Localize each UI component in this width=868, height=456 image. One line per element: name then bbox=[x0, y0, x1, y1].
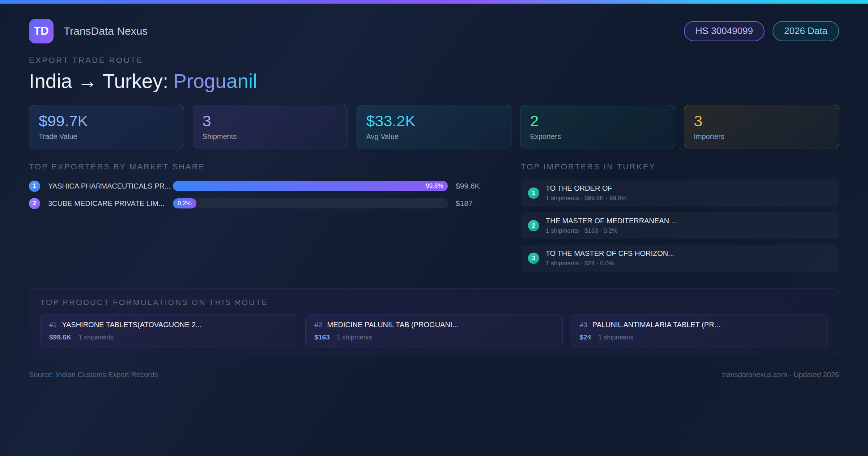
exporter-row: 1 YASHICA PHARMACEUTICALS PR... 99.8% $9… bbox=[29, 180, 492, 193]
rank-badge: 1 bbox=[29, 181, 40, 192]
page-container: TD TransData Nexus HS 30049099 2026 Data… bbox=[0, 19, 868, 379]
app-name: TransData Nexus bbox=[64, 25, 148, 37]
page-title-route: India → Turkey: bbox=[29, 70, 168, 92]
stat-card-avg-value: $33.2K Avg Value bbox=[357, 105, 512, 148]
importer-meta: 1 shipments · $163 · 0.2% bbox=[546, 227, 677, 235]
products-grid: #1 YASHIRONE TABLETS(ATOVAGUONE 2... $99… bbox=[40, 314, 828, 347]
stat-label: Avg Value bbox=[366, 132, 502, 141]
product-value: $99.6K bbox=[49, 333, 71, 341]
market-share-percent: 99.8% bbox=[426, 182, 443, 190]
importer-name: THE MASTER OF MEDITERRANEAN ... bbox=[546, 217, 677, 225]
stat-value: $99.7K bbox=[39, 113, 174, 130]
importer-name: TO THE ORDER OF bbox=[546, 184, 627, 193]
app-logo: TD bbox=[29, 19, 54, 43]
footer-divider bbox=[29, 363, 839, 363]
footer: Source: Indian Customs Export Records tr… bbox=[29, 371, 839, 379]
importer-meta: 1 shipments · $99.6K · 99.8% bbox=[546, 195, 627, 202]
stat-value: 3 bbox=[694, 113, 829, 130]
stat-label: Shipments bbox=[203, 132, 338, 141]
stat-card-shipments: 3 Shipments bbox=[193, 105, 348, 148]
stat-label: Trade Value bbox=[39, 132, 174, 141]
stat-value: 2 bbox=[530, 113, 665, 130]
exporters-list: 1 YASHICA PHARMACEUTICALS PR... 99.8% $9… bbox=[29, 180, 492, 210]
product-value: $163 bbox=[314, 333, 329, 341]
brand: TD TransData Nexus bbox=[29, 19, 148, 43]
products-heading: TOP PRODUCT FORMULATIONS ON THIS ROUTE bbox=[40, 298, 828, 307]
product-title-row: #3 PALUNIL ANTIMALARIA TABLET (PR... bbox=[580, 321, 819, 329]
page-title-product: Proguanil bbox=[173, 70, 257, 92]
market-share-bar-track: 99.8% bbox=[173, 181, 448, 191]
product-name: PALUNIL ANTIMALARIA TABLET (PR... bbox=[592, 321, 720, 329]
exporter-value: $187 bbox=[456, 199, 492, 208]
importer-text: TO THE ORDER OF 1 shipments · $99.6K · 9… bbox=[546, 184, 627, 202]
market-share-bar-fill: 0.2% bbox=[173, 198, 196, 208]
stat-card-trade-value: $99.7K Trade Value bbox=[29, 105, 184, 148]
importer-meta: 1 shipments · $24 · 0.0% bbox=[546, 260, 674, 267]
importers-list: 1 TO THE ORDER OF 1 shipments · $99.6K ·… bbox=[521, 180, 839, 272]
hs-code-badge[interactable]: HS 30049099 bbox=[684, 21, 765, 41]
importers-section: TOP IMPORTERS IN TURKEY 1 TO THE ORDER O… bbox=[521, 162, 839, 277]
stat-card-exporters: 2 Exporters bbox=[520, 105, 675, 148]
eyebrow-label: EXPORT TRADE ROUTE bbox=[29, 56, 839, 65]
product-value: $24 bbox=[580, 333, 591, 341]
rank-badge: 2 bbox=[29, 198, 40, 209]
exporters-heading: TOP EXPORTERS BY MARKET SHARE bbox=[29, 162, 492, 172]
rank-badge: 3 bbox=[528, 253, 539, 264]
stat-value: $33.2K bbox=[366, 113, 502, 130]
importer-row: 2 THE MASTER OF MEDITERRANEAN ... 1 ship… bbox=[521, 212, 839, 239]
product-title-row: #1 YASHIRONE TABLETS(ATOVAGUONE 2... bbox=[49, 321, 288, 329]
product-rank: #2 bbox=[314, 321, 322, 329]
product-rank: #3 bbox=[580, 321, 587, 329]
page-title: India → Turkey:Proguanil bbox=[29, 69, 839, 93]
rank-badge: 2 bbox=[528, 220, 539, 231]
two-column-section: TOP EXPORTERS BY MARKET SHARE 1 YASHICA … bbox=[29, 162, 839, 277]
header-badges: HS 30049099 2026 Data bbox=[684, 21, 839, 41]
top-accent-bar bbox=[0, 0, 868, 4]
rank-badge: 1 bbox=[528, 187, 539, 199]
market-share-bar-track: 0.2% bbox=[173, 198, 448, 208]
header: TD TransData Nexus HS 30049099 2026 Data bbox=[29, 19, 839, 43]
exporter-row: 2 3CUBE MEDICARE PRIVATE LIM... 0.2% $18… bbox=[29, 197, 492, 210]
importer-text: TO THE MASTER OF CFS HORIZON... 1 shipme… bbox=[546, 249, 674, 267]
exporter-name: YASHICA PHARMACEUTICALS PR... bbox=[48, 182, 173, 190]
market-share-bar-fill: 99.8% bbox=[173, 181, 448, 191]
product-title-row: #2 MEDICINE PALUNIL TAB (PROGUANI... bbox=[314, 321, 553, 329]
products-panel: TOP PRODUCT FORMULATIONS ON THIS ROUTE #… bbox=[29, 288, 839, 357]
product-meta-row: $99.6K 1 shipments bbox=[49, 333, 288, 341]
importer-row: 1 TO THE ORDER OF 1 shipments · $99.6K ·… bbox=[521, 180, 839, 207]
exporter-name: 3CUBE MEDICARE PRIVATE LIM... bbox=[48, 199, 173, 208]
stat-value: 3 bbox=[203, 113, 338, 130]
importer-text: THE MASTER OF MEDITERRANEAN ... 1 shipme… bbox=[546, 217, 677, 235]
footer-site: transdatanexus.com · Updated 2026 bbox=[722, 371, 839, 379]
product-card: #3 PALUNIL ANTIMALARIA TABLET (PR... $24… bbox=[571, 314, 828, 347]
stat-label: Exporters bbox=[530, 132, 665, 141]
product-meta-row: $24 1 shipments bbox=[580, 333, 819, 341]
product-rank: #1 bbox=[49, 321, 57, 329]
stat-card-importers: 3 Importers bbox=[684, 105, 839, 148]
product-shipments: 1 shipments bbox=[337, 334, 372, 341]
product-card: #2 MEDICINE PALUNIL TAB (PROGUANI... $16… bbox=[305, 314, 562, 347]
stat-label: Importers bbox=[694, 132, 829, 141]
importers-heading: TOP IMPORTERS IN TURKEY bbox=[521, 162, 839, 172]
product-name: MEDICINE PALUNIL TAB (PROGUANI... bbox=[327, 321, 458, 329]
product-shipments: 1 shipments bbox=[78, 334, 114, 341]
product-name: YASHIRONE TABLETS(ATOVAGUONE 2... bbox=[62, 321, 202, 329]
product-card: #1 YASHIRONE TABLETS(ATOVAGUONE 2... $99… bbox=[40, 314, 297, 347]
stat-cards: $99.7K Trade Value 3 Shipments $33.2K Av… bbox=[29, 105, 839, 148]
product-meta-row: $163 1 shipments bbox=[314, 333, 553, 341]
exporter-value: $99.6K bbox=[456, 182, 492, 190]
exporters-section: TOP EXPORTERS BY MARKET SHARE 1 YASHICA … bbox=[29, 162, 492, 277]
market-share-percent: 0.2% bbox=[178, 200, 192, 207]
importer-row: 3 TO THE MASTER OF CFS HORIZON... 1 ship… bbox=[521, 245, 839, 272]
year-data-badge[interactable]: 2026 Data bbox=[773, 21, 839, 41]
footer-source: Source: Indian Customs Export Records bbox=[29, 371, 158, 379]
product-shipments: 1 shipments bbox=[598, 334, 633, 341]
importer-name: TO THE MASTER OF CFS HORIZON... bbox=[546, 249, 674, 258]
